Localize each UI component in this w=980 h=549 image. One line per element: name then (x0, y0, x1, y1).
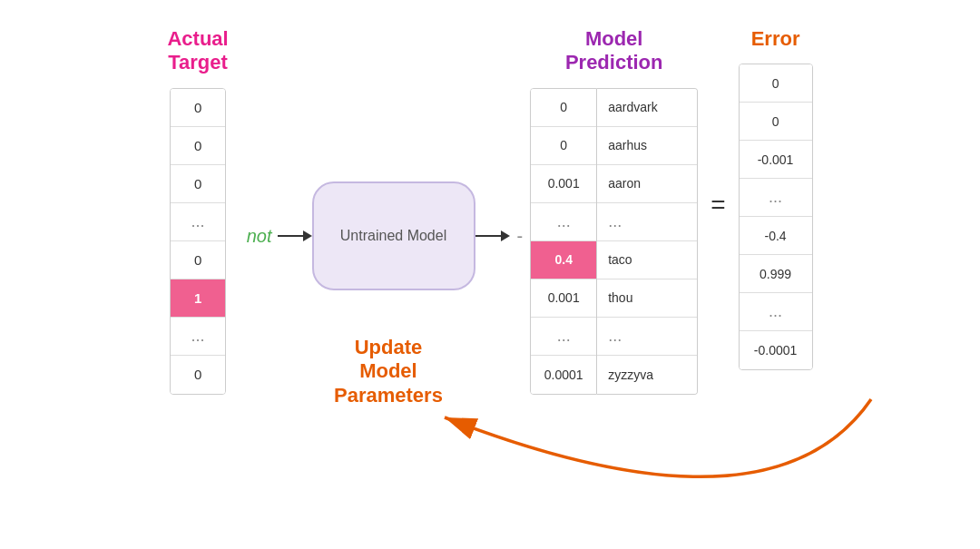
actual-target-section: ActualTarget 0 0 0 ... 0 1 ... 0 (167, 27, 228, 395)
error-cell-6: ... (740, 293, 812, 331)
error-cell-0: 0 (740, 64, 812, 103)
arrow-line-right (475, 235, 501, 237)
prediction-words-table: aardvark aarhus aaron ... taco thou ... … (597, 88, 698, 395)
error-cell-4: -0.4 (740, 217, 812, 255)
pred-val-3: ... (531, 203, 596, 241)
error-table: 0 0 -0.001 ... -0.4 0.999 ... -0.0001 (739, 64, 813, 370)
pred-word-0: aardvark (597, 89, 697, 127)
actual-target-table: 0 0 0 ... 0 1 ... 0 (170, 88, 226, 395)
prediction-section: ModelPrediction 0 0 0.001 ... 0.4 0.001 … (530, 27, 698, 395)
actual-cell-5: 1 (171, 279, 225, 318)
model-box-label: Untrained Model (340, 228, 446, 244)
equals-sign: = (710, 191, 725, 220)
model-box: Untrained Model (312, 181, 475, 290)
arrow-to-model (278, 230, 312, 241)
pred-word-5: thou (597, 279, 697, 318)
actual-cell-1: 0 (171, 127, 225, 165)
actual-cell-6: ... (171, 318, 225, 356)
arrow-head-left (303, 230, 312, 241)
pred-val-0: 0 (531, 89, 596, 127)
pred-val-1: 0 (531, 127, 596, 165)
actual-cell-2: 0 (171, 165, 225, 203)
pred-val-7: 0.0001 (531, 356, 596, 394)
error-section: Error 0 0 -0.001 ... -0.4 0.999 ... -0.0… (739, 27, 813, 370)
error-cell-7: -0.0001 (740, 331, 812, 369)
error-cell-5: 0.999 (740, 255, 812, 293)
pred-word-7: zyzzyva (597, 356, 697, 394)
arrow-line-left (278, 235, 303, 237)
error-cell-1: 0 (740, 103, 812, 141)
actual-cell-7: 0 (171, 356, 225, 394)
pred-word-4: taco (597, 241, 697, 279)
main-container: ActualTarget 0 0 0 ... 0 1 ... 0 not (0, 0, 980, 549)
error-title: Error (751, 27, 800, 51)
dash-separator: - (517, 226, 524, 247)
update-label: UpdateModelParameters (334, 336, 443, 407)
middle-block: not Untrained Model - (247, 18, 530, 226)
pred-val-4: 0.4 (531, 241, 596, 279)
pred-val-5: 0.001 (531, 279, 596, 318)
layout-row: ActualTarget 0 0 0 ... 0 1 ... 0 not (0, 18, 980, 395)
prediction-values-table: 0 0 0.001 ... 0.4 0.001 ... 0.0001 (530, 88, 597, 395)
pred-word-6: ... (597, 318, 697, 356)
pred-word-3: ... (597, 203, 697, 241)
prediction-table-wrap: 0 0 0.001 ... 0.4 0.001 ... 0.0001 aardv… (530, 88, 698, 395)
pred-word-2: aaron (597, 165, 697, 203)
model-input-row: not Untrained Model - (247, 181, 530, 290)
input-word-label: not (247, 226, 272, 247)
actual-cell-3: ... (171, 203, 225, 241)
error-cell-2: -0.001 (740, 141, 812, 179)
error-cell-3: ... (740, 179, 812, 217)
actual-target-title: ActualTarget (167, 27, 228, 75)
prediction-title: ModelPrediction (565, 27, 663, 75)
arrow-head-right (501, 230, 510, 241)
arrow-from-model (475, 230, 510, 241)
pred-word-1: aarhus (597, 127, 697, 165)
update-params-block: UpdateModelParameters (334, 336, 443, 407)
actual-cell-4: 0 (171, 241, 225, 279)
pred-val-2: 0.001 (531, 165, 596, 203)
actual-cell-0: 0 (171, 89, 225, 127)
pred-val-6: ... (531, 318, 596, 356)
